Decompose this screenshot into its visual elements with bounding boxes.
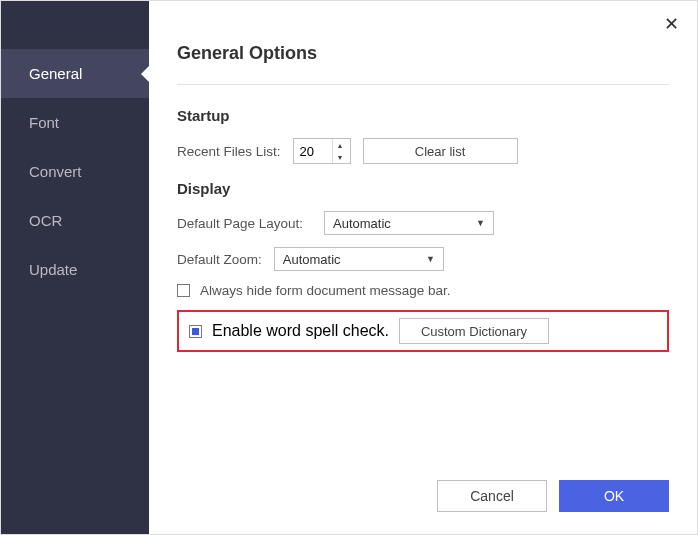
sidebar-item-label: OCR (29, 212, 62, 229)
sidebar-item-label: Convert (29, 163, 82, 180)
clear-list-button[interactable]: Clear list (363, 138, 518, 164)
spell-check-highlight: Enable word spell check. Custom Dictiona… (177, 310, 669, 352)
recent-files-input[interactable] (294, 139, 332, 163)
recent-files-row: Recent Files List: ▲ ▼ Clear list (177, 138, 669, 164)
zoom-value: Automatic (283, 252, 341, 267)
sidebar-item-label: Font (29, 114, 59, 131)
section-display-heading: Display (177, 180, 669, 197)
sidebar-item-ocr[interactable]: OCR (1, 196, 149, 245)
spell-check-checkbox[interactable] (189, 325, 202, 338)
page-layout-label: Default Page Layout: (177, 216, 312, 231)
sidebar: General Font Convert OCR Update (1, 1, 149, 534)
recent-files-spinner[interactable]: ▲ ▼ (293, 138, 351, 164)
close-icon: ✕ (664, 14, 679, 34)
recent-files-label: Recent Files List: (177, 144, 281, 159)
main-panel: ✕ General Options Startup Recent Files L… (149, 1, 697, 534)
chevron-down-icon: ▼ (476, 218, 485, 228)
hide-bar-row: Always hide form document message bar. (177, 283, 669, 298)
spell-check-label: Enable word spell check. (212, 322, 389, 340)
spinner-down-icon[interactable]: ▼ (333, 151, 348, 163)
page-layout-select[interactable]: Automatic ▼ (324, 211, 494, 235)
sidebar-item-font[interactable]: Font (1, 98, 149, 147)
hide-bar-checkbox[interactable] (177, 284, 190, 297)
sidebar-item-label: General (29, 65, 82, 82)
zoom-label: Default Zoom: (177, 252, 262, 267)
sidebar-item-update[interactable]: Update (1, 245, 149, 294)
page-layout-value: Automatic (333, 216, 391, 231)
sidebar-item-convert[interactable]: Convert (1, 147, 149, 196)
section-startup-heading: Startup (177, 107, 669, 124)
custom-dictionary-button[interactable]: Custom Dictionary (399, 318, 549, 344)
checkbox-fill (192, 328, 199, 335)
zoom-row: Default Zoom: Automatic ▼ (177, 247, 669, 271)
chevron-down-icon: ▼ (426, 254, 435, 264)
divider (177, 84, 669, 85)
footer: Cancel OK (177, 460, 669, 512)
sidebar-item-label: Update (29, 261, 77, 278)
ok-button[interactable]: OK (559, 480, 669, 512)
cancel-button[interactable]: Cancel (437, 480, 547, 512)
spinner-up-icon[interactable]: ▲ (333, 139, 348, 151)
zoom-select[interactable]: Automatic ▼ (274, 247, 444, 271)
hide-bar-label: Always hide form document message bar. (200, 283, 451, 298)
page-layout-row: Default Page Layout: Automatic ▼ (177, 211, 669, 235)
sidebar-item-general[interactable]: General (1, 49, 149, 98)
close-button[interactable]: ✕ (656, 9, 687, 39)
spinner-arrows: ▲ ▼ (332, 139, 348, 163)
page-title: General Options (177, 43, 669, 64)
